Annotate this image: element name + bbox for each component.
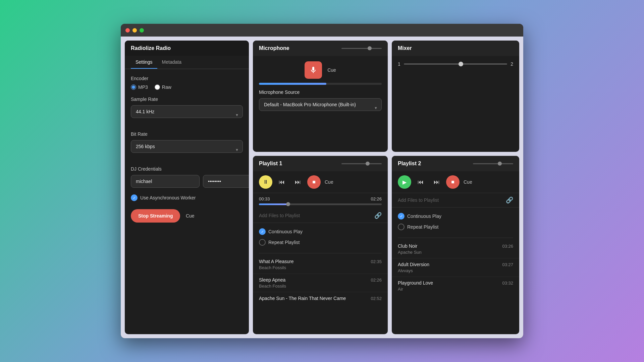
microphone-button[interactable] <box>305 61 322 79</box>
playlist2-track-1[interactable]: Adult Diversion 03:27 Alvvays <box>392 258 519 277</box>
microphone-volume-slider[interactable] <box>341 48 382 49</box>
playlist2-track-2-name: Playground Love <box>398 280 433 286</box>
playlist1-stop-button[interactable]: ■ <box>307 175 321 189</box>
playlist2-repeat-playlist-check <box>398 224 405 230</box>
tab-metadata[interactable]: Metadata <box>157 56 186 69</box>
dj-username-input[interactable] <box>131 175 200 188</box>
playlist2-add-files-row: Add Files to Playlist 🔗 <box>392 193 519 207</box>
dj-credentials-label: DJ Credentials <box>131 166 243 172</box>
playlist1-pause-button[interactable]: ⏸ <box>259 175 272 189</box>
playlist2-continuous-play-label: Continuous Play <box>407 214 441 219</box>
playlist2-link-icon[interactable]: 🔗 <box>506 196 513 204</box>
playlist2-play-button[interactable]: ▶ <box>398 175 411 189</box>
mixer-thumb[interactable] <box>459 62 463 66</box>
encoder-raw-label: Raw <box>162 84 171 90</box>
playlist2-track-1-artist: Alvvays <box>398 268 513 273</box>
playlist1-continuous-play-row[interactable]: ✓ Continuous Play <box>259 226 382 237</box>
microphone-panel: Microphone Cue <box>253 41 388 152</box>
playlist1-time-current: 00:33 <box>259 196 270 201</box>
microphone-body: Cue Microphone Source Default - MacBook … <box>253 56 388 123</box>
encoder-mp3-label: MP3 <box>138 84 148 90</box>
playlist1-track-2[interactable]: Apache Sun - The Rain That Never Came 02… <box>253 292 388 305</box>
sample-rate-select[interactable]: 44.1 kHz <box>131 105 243 118</box>
async-worker-row[interactable]: ✓ Use Asynchronous Worker <box>131 194 243 201</box>
async-worker-check-icon: ✓ <box>131 194 138 201</box>
playlist2-continuous-play-row[interactable]: ✓ Continuous Play <box>398 211 513 222</box>
settings-tabs: Settings Metadata <box>125 56 249 69</box>
playlist2-next-button[interactable]: ⏭ <box>430 175 443 189</box>
playlist1-next-button[interactable]: ⏭ <box>291 175 305 189</box>
playlist1-track-0[interactable]: What A Pleasure 02:35 Beach Fossils <box>253 255 388 274</box>
playlist1-link-icon[interactable]: 🔗 <box>374 212 382 219</box>
playlist1-panel: Playlist 1 ⏸ ⏮ ⏭ ■ Cue 00:33 02:26 <box>253 156 388 334</box>
playlist1-progress-thumb[interactable] <box>286 202 290 206</box>
playlist1-progress-bar[interactable] <box>259 203 382 205</box>
playlist1-track-1[interactable]: Sleep Apnea 02:26 Beach Fossils <box>253 274 388 292</box>
close-button[interactable] <box>125 28 130 33</box>
playlist1-add-files-label[interactable]: Add Files to Playlist <box>259 213 300 218</box>
playlist1-header: Playlist 1 <box>253 156 388 171</box>
encoder-mp3-radio[interactable] <box>131 84 136 90</box>
maximize-button[interactable] <box>140 28 144 33</box>
playlist2-add-files-label[interactable]: Add Files to Playlist <box>398 197 439 203</box>
bit-rate-select[interactable]: 256 kbps <box>131 140 243 153</box>
encoder-mp3-option[interactable]: MP3 <box>131 84 148 90</box>
tab-settings[interactable]: Settings <box>131 56 157 69</box>
bit-rate-wrapper: 256 kbps <box>131 140 243 160</box>
playlist2-divider <box>398 238 513 238</box>
dj-credentials-section: DJ Credentials <box>131 166 243 188</box>
playlist2-track-0[interactable]: Club Noir 03:26 Apache Sun <box>392 240 519 258</box>
playlist1-repeat-playlist-check <box>259 239 266 246</box>
settings-cue-button[interactable]: Cue <box>186 213 195 219</box>
playlist1-track-0-name: What A Pleasure <box>259 259 294 264</box>
playlist2-track-1-name: Adult Diversion <box>398 262 429 267</box>
playlist2-repeat-playlist-row[interactable]: Repeat Playlist <box>398 222 513 232</box>
encoder-raw-option[interactable]: Raw <box>155 84 171 90</box>
microphone-title: Microphone <box>259 45 289 51</box>
playlist1-volume-slider[interactable] <box>341 163 382 164</box>
playlist2-prev-button[interactable]: ⏮ <box>414 175 427 189</box>
playlist1-track-2-name: Apache Sun - The Rain That Never Came <box>259 296 346 301</box>
mic-vol-thumb[interactable] <box>368 46 372 50</box>
mixer-panel-header: Mixer <box>392 41 519 56</box>
playlist2-track-1-duration: 03:27 <box>502 262 513 267</box>
stop-streaming-button[interactable]: Stop Streaming <box>131 209 180 223</box>
playlist1-continuous-play-check: ✓ <box>259 228 266 235</box>
sample-rate-label: Sample Rate <box>131 97 243 102</box>
mixer-panel: Mixer 1 2 <box>392 41 519 152</box>
playlist2-vol-thumb[interactable] <box>498 162 502 166</box>
playlist1-vol-thumb[interactable] <box>366 162 370 166</box>
playlist2-controls: ▶ ⏮ ⏭ ■ Cue <box>392 171 519 193</box>
mic-source-select[interactable]: Default - MacBook Pro Microphone (Built-… <box>259 98 382 111</box>
playlist1-repeat-playlist-row[interactable]: Repeat Playlist <box>259 237 382 248</box>
playlist1-prev-button[interactable]: ⏮ <box>275 175 288 189</box>
mixer-title: Mixer <box>398 45 412 51</box>
dj-password-input[interactable] <box>203 175 249 188</box>
playlist1-track-0-duration: 02:35 <box>371 259 382 264</box>
dj-credentials-inputs <box>131 175 243 188</box>
playlist1-controls: ⏸ ⏮ ⏭ ■ Cue <box>253 171 388 193</box>
encoder-radio-group: MP3 Raw <box>131 84 243 90</box>
playlist2-volume-slider[interactable] <box>473 163 513 164</box>
main-window: Radiolize Radio Settings Metadata Encode… <box>121 24 523 338</box>
mic-level-fill <box>259 83 326 85</box>
playlist1-progress-fill <box>259 203 288 205</box>
playlist2-stop-button[interactable]: ■ <box>446 175 460 189</box>
encoder-raw-radio[interactable] <box>155 84 160 90</box>
titlebar <box>121 24 523 37</box>
settings-panel-header: Radiolize Radio <box>125 41 249 56</box>
action-buttons: Stop Streaming Cue <box>131 209 243 223</box>
mic-icon-row: Cue <box>259 61 382 79</box>
minimize-button[interactable] <box>132 28 137 33</box>
playlist1-options: ✓ Continuous Play Repeat Playlist <box>253 223 388 251</box>
playlist2-track-2[interactable]: Playground Love 03:32 Air <box>392 277 519 295</box>
bit-rate-label: Bit Rate <box>131 131 243 137</box>
mixer-slider[interactable] <box>404 63 507 65</box>
playlist1-track-1-artist: Beach Fossils <box>259 284 382 289</box>
playlist1-track-2-duration: 02:52 <box>371 296 382 301</box>
main-content: Radiolize Radio Settings Metadata Encode… <box>121 37 523 338</box>
encoder-section: Encoder MP3 Raw <box>131 76 243 90</box>
playlist2-track-1-row: Adult Diversion 03:27 <box>398 262 513 267</box>
playlist2-cue-label: Cue <box>464 179 472 185</box>
playlist1-track-1-duration: 02:26 <box>371 278 382 283</box>
